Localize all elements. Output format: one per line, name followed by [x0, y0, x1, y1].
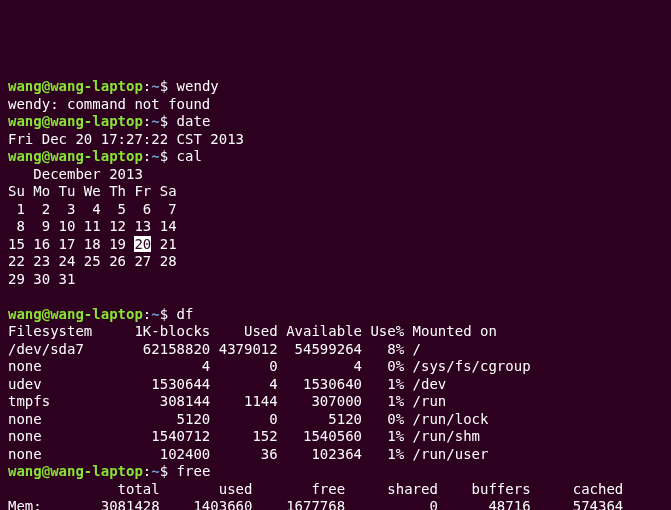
output-line: wendy: command not found — [8, 96, 210, 112]
df-row: none 4 0 4 0% /sys/fs/cgroup — [8, 358, 531, 374]
df-row: none 102400 36 102364 1% /run/user — [8, 446, 488, 462]
command-free[interactable]: free — [177, 463, 211, 479]
prompt-line: wang@wang-laptop:~$ free — [8, 463, 210, 479]
prompt-user-host: wang@wang-laptop — [8, 463, 143, 479]
df-row: none 5120 0 5120 0% /run/lock — [8, 411, 488, 427]
prompt-path: ~ — [151, 306, 159, 322]
output-line: Fri Dec 20 17:27:22 CST 2013 — [8, 131, 244, 147]
prompt-user-host: wang@wang-laptop — [8, 148, 143, 164]
prompt-user-host: wang@wang-laptop — [8, 306, 143, 322]
prompt-sep2: $ — [160, 78, 168, 94]
cal-dow: Su Mo Tu We Th Fr Sa — [8, 183, 177, 199]
prompt-sep2: $ — [160, 306, 168, 322]
command-cal[interactable]: cal — [177, 148, 202, 164]
cal-week3: 15 16 17 18 19 20 21 — [8, 236, 177, 252]
prompt-path: ~ — [151, 113, 159, 129]
command-df[interactable]: df — [177, 306, 194, 322]
df-row: tmpfs 308144 1144 307000 1% /run — [8, 393, 446, 409]
df-header: Filesystem 1K-blocks Used Available Use%… — [8, 323, 497, 339]
command-wendy[interactable]: wendy — [177, 78, 219, 94]
prompt-user-host: wang@wang-laptop — [8, 78, 143, 94]
command-date[interactable]: date — [177, 113, 211, 129]
prompt-sep2: $ — [160, 463, 168, 479]
prompt-path: ~ — [151, 78, 159, 94]
prompt-line: wang@wang-laptop:~$ cal — [8, 148, 202, 164]
prompt-path: ~ — [151, 148, 159, 164]
prompt-line: wang@wang-laptop:~$ date — [8, 113, 210, 129]
prompt-sep2: $ — [160, 113, 168, 129]
free-header: total used free shared buffers cached — [8, 481, 623, 497]
cal-week5: 29 30 31 — [8, 271, 75, 287]
cal-week1: 1 2 3 4 5 6 7 — [8, 201, 177, 217]
prompt-user-host: wang@wang-laptop — [8, 113, 143, 129]
df-row: /dev/sda7 62158820 4379012 54599264 8% / — [8, 341, 421, 357]
prompt-path: ~ — [151, 463, 159, 479]
prompt-line: wang@wang-laptop:~$ wendy — [8, 78, 219, 94]
prompt-line: wang@wang-laptop:~$ df — [8, 306, 193, 322]
prompt-sep2: $ — [160, 148, 168, 164]
cal-week2: 8 9 10 11 12 13 14 — [8, 218, 177, 234]
df-row: none 1540712 152 1540560 1% /run/shm — [8, 428, 480, 444]
cal-week4: 22 23 24 25 26 27 28 — [8, 253, 177, 269]
cal-header: December 2013 — [8, 166, 143, 182]
cal-today: 20 — [134, 236, 151, 252]
free-row: Mem: 3081428 1403660 1677768 0 48716 574… — [8, 498, 623, 510]
df-row: udev 1530644 4 1530640 1% /dev — [8, 376, 446, 392]
